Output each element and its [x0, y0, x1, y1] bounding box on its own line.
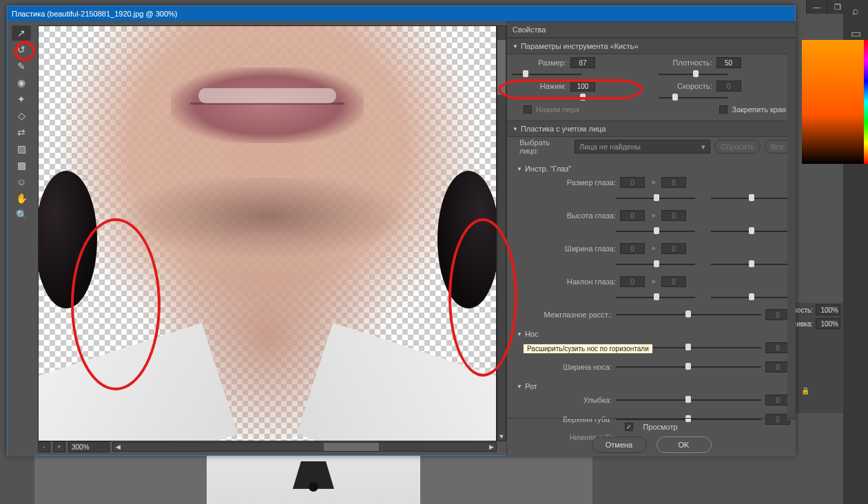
ok-button[interactable]: OK [657, 437, 712, 453]
liquify-toolbar: ↗ ↺ ✎ ◉ ✦ ◇ ⇄ ▨ ▩ ☺ ✋ 🔍 [8, 21, 35, 456]
smooth-tool[interactable]: ✎ [12, 59, 31, 74]
triangle-down-icon: ▼ [517, 331, 522, 337]
pin-edges-checkbox[interactable] [719, 105, 727, 114]
eye-tilt-left-input [620, 276, 645, 287]
select-face-label: Выбрать лицо: [513, 138, 570, 155]
rate-input [716, 81, 741, 92]
eye-height-right-input [661, 210, 686, 221]
eye-tilt-left-slider [616, 294, 695, 301]
link-icon[interactable]: ⚭ [649, 278, 657, 285]
face-aware-section[interactable]: ▼Пластика с учетом лица [507, 120, 796, 137]
dialog-titlebar[interactable]: Пластика (beautiful-2150881_1920.jpg @ 3… [8, 6, 795, 21]
select-face-dropdown[interactable]: Лица не найдены▾ [575, 140, 710, 154]
search-icon[interactable]: ⌕ [843, 0, 868, 22]
smile-label: Улыбка: [513, 396, 612, 404]
reconstruct-tool[interactable]: ↺ [12, 42, 31, 57]
nose-width-label: Ширина носа: [513, 363, 612, 371]
cancel-button[interactable]: Отмена [592, 437, 647, 453]
eye-height-label: Высота глаза: [513, 211, 616, 220]
pressure-slider[interactable] [513, 94, 581, 101]
lock-icon: 🔒 [801, 387, 809, 395]
zoom-out-button[interactable]: - [38, 441, 50, 452]
nose-section[interactable]: ▼Нос [507, 327, 796, 341]
eye-height-left-slider [616, 228, 695, 235]
zoom-in-button[interactable]: + [53, 441, 65, 452]
canvas-horizontal-scrollbar[interactable]: ◀▶ [112, 442, 497, 452]
eye-width-right-slider [711, 261, 790, 268]
triangle-down-icon: ▼ [513, 126, 518, 132]
fill-input[interactable] [816, 318, 840, 329]
eye-tilt-right-slider [711, 294, 790, 301]
eye-size-left-input [620, 177, 645, 188]
liquify-dialog: Пластика (beautiful-2150881_1920.jpg @ 3… [7, 6, 796, 456]
properties-scrollbar[interactable] [787, 49, 796, 421]
document-below-dialog [34, 454, 592, 504]
opacity-input[interactable] [816, 304, 840, 315]
eye-distance-slider [616, 311, 761, 318]
size-input[interactable] [570, 57, 595, 68]
density-slider[interactable] [659, 71, 727, 78]
smile-slider [616, 397, 761, 403]
dialog-footer: ✓Просмотр Отмена OK [507, 418, 796, 456]
link-icon[interactable]: ⚭ [649, 179, 657, 186]
eye-size-right-slider [711, 195, 790, 202]
link-icon[interactable]: ⚭ [649, 212, 657, 219]
window-minimize-button[interactable]: — [806, 0, 827, 14]
eyes-section[interactable]: ▼Инстр. "Глаз" [507, 162, 796, 176]
density-label: Плотность: [659, 59, 712, 67]
eye-size-label: Размер глаза: [513, 178, 616, 187]
nose-height-input [765, 342, 790, 353]
forward-warp-tool[interactable]: ↗ [12, 25, 31, 41]
canvas-footer: - + ◀▶ [38, 440, 497, 454]
eye-distance-input [765, 309, 790, 320]
twirl-tool[interactable]: ◉ [12, 75, 31, 90]
rate-label: Скорость: [659, 82, 712, 90]
triangle-down-icon: ▼ [513, 43, 518, 50]
eye-size-right-input [661, 177, 686, 188]
eye-height-right-slider [711, 228, 790, 235]
thaw-mask-tool[interactable]: ▩ [12, 158, 31, 173]
preview-checkbox[interactable]: ✓ [625, 423, 633, 431]
color-picker-panel[interactable] [802, 40, 864, 164]
pucker-tool[interactable]: ✦ [12, 92, 31, 107]
freeze-mask-tool[interactable]: ▨ [12, 141, 31, 156]
tooltip: Расширить/сузить нос по горизонтали [523, 344, 653, 354]
all-button: Все [765, 140, 790, 154]
properties-panel: Свойства ▼Параметры инструмента «Кисть» … [506, 21, 796, 456]
preview-label: Просмотр [643, 423, 677, 431]
bloat-tool[interactable]: ◇ [12, 108, 31, 123]
zoom-tool[interactable]: 🔍 [12, 207, 31, 222]
eye-width-right-input [661, 243, 686, 254]
canvas-vertical-scrollbar[interactable]: ▼ [497, 25, 506, 441]
image-preview [39, 26, 496, 441]
mouth-section[interactable]: ▼Рот [507, 379, 796, 393]
chevron-down-icon: ▾ [701, 143, 705, 151]
properties-header: Свойства [507, 21, 796, 38]
hue-strip[interactable] [864, 40, 868, 164]
liquify-canvas[interactable] [38, 25, 497, 441]
nose-width-input [765, 361, 790, 372]
density-input[interactable] [716, 57, 741, 68]
reset-button: Сбросить [714, 140, 761, 154]
link-icon[interactable]: ⚭ [649, 245, 657, 252]
size-label: Размер: [513, 59, 566, 67]
eye-height-left-input [620, 210, 645, 221]
eye-tilt-right-input [661, 276, 686, 287]
zoom-input[interactable] [68, 441, 110, 452]
eye-tilt-label: Наклон глаза: [513, 277, 616, 286]
size-slider[interactable] [513, 71, 581, 78]
brush-options-section[interactable]: ▼Параметры инструмента «Кисть» [507, 38, 796, 54]
eye-width-left-input [620, 243, 645, 254]
pen-pressure-label: Нажим пера [536, 105, 579, 114]
eye-distance-label: Межглазное расст.: [513, 311, 612, 319]
pressure-label: Нажим: [513, 82, 566, 90]
face-tool[interactable]: ☺ [12, 174, 31, 189]
rate-slider [659, 94, 727, 101]
nose-width-slider [616, 364, 761, 370]
pen-pressure-checkbox [524, 105, 532, 114]
pressure-input[interactable] [570, 81, 595, 92]
push-left-tool[interactable]: ⇄ [12, 125, 31, 140]
pin-edges-label: Закрепить края [732, 105, 786, 114]
hand-tool[interactable]: ✋ [12, 191, 31, 206]
dialog-title: Пластика (beautiful-2150881_1920.jpg @ 3… [12, 10, 178, 18]
